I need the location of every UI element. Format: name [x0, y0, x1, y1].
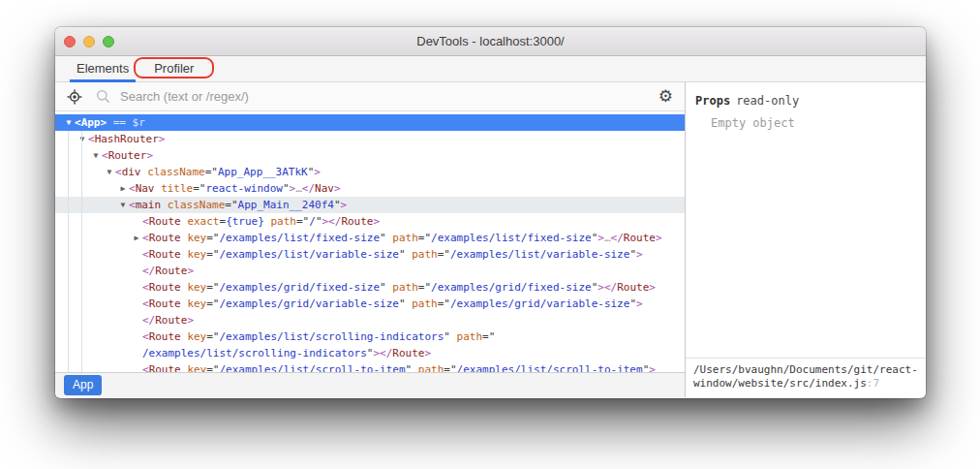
expanded-triangle-icon[interactable]: ▼ [90, 147, 102, 164]
code-segment: react-window [206, 182, 283, 195]
code-segment: < [142, 297, 149, 310]
props-readonly-label: read-only [736, 94, 799, 108]
code-segment: =" [418, 281, 431, 294]
code-segment: > [159, 133, 166, 145]
code-segment: ></ [373, 347, 392, 360]
code-segment: /examples/grid/fixed-size [431, 281, 592, 294]
code-segment [450, 330, 457, 343]
code-segment: =" [206, 297, 219, 310]
code-segment: path [457, 330, 483, 343]
code-segment: /examples/list/fixed-size [431, 232, 592, 244]
search-bar: ⚙ [55, 82, 685, 111]
tree-row[interactable]: <Route key="/examples/list/scrolling-ind… [55, 328, 685, 345]
settings-gear-icon[interactable]: ⚙ [658, 88, 673, 105]
inspect-target-icon[interactable] [67, 89, 82, 105]
expanded-triangle-icon[interactable]: ▼ [63, 114, 75, 131]
code-segment: Route [392, 347, 424, 360]
search-input[interactable] [120, 89, 658, 104]
code-segment: / [309, 215, 316, 228]
tab-elements[interactable]: Elements [64, 56, 141, 81]
code-segment: =" [418, 232, 431, 244]
code-segment: /examples/list/scroll-to-item [220, 363, 406, 372]
collapsed-triangle-icon[interactable]: ▶ [117, 180, 129, 197]
code-segment: /examples/list/variable-size [220, 248, 399, 261]
code-segment: =" [482, 330, 495, 343]
code-segment: path [392, 281, 418, 294]
code-segment: =" [206, 281, 219, 294]
code-segment: className [168, 199, 226, 211]
tree-row[interactable]: ▼<div className="App_App__3ATkK"> [55, 164, 685, 180]
code-segment: > [374, 215, 381, 228]
tree-row[interactable]: <Route key="/examples/list/scroll-to-ite… [55, 361, 685, 372]
tab-profiler-label: Profiler [154, 61, 194, 76]
close-button[interactable] [64, 36, 76, 47]
code-segment: App_App__3ATkK [218, 166, 308, 178]
zoom-button[interactable] [103, 36, 114, 47]
tree-row[interactable]: </Route> [55, 312, 685, 328]
code-segment: < [75, 116, 81, 129]
expanded-triangle-icon[interactable]: ▼ [77, 131, 88, 147]
code-segment: /examples/grid/variable-size [220, 297, 399, 310]
tree-row[interactable]: <Route key="/examples/grid/fixed-size" p… [55, 279, 685, 296]
code-segment: className [147, 166, 205, 178]
code-segment: key [187, 297, 206, 310]
tree-row[interactable]: <Route key="/examples/list/variable-size… [55, 246, 685, 263]
window-titlebar[interactable]: DevTools - localhost:3000/ [55, 27, 926, 56]
code-segment: < [142, 248, 149, 261]
tab-elements-label: Elements [77, 61, 129, 76]
tree-row[interactable]: ▶<Nav title="react-window">…</Nav> [55, 180, 685, 197]
tree-row[interactable]: <Route exact={true} path="/"></Route> [55, 213, 685, 230]
code-segment: " [380, 232, 386, 244]
code-segment: > [656, 232, 662, 244]
code-segment: path [412, 297, 438, 310]
code-segment: /examples/grid/variable-size [450, 297, 629, 310]
code-segment: < [142, 363, 149, 372]
code-segment: path [271, 215, 297, 228]
code-segment: Route [624, 232, 656, 244]
code-segment [161, 199, 168, 211]
expanded-triangle-icon[interactable]: ▼ [117, 197, 129, 213]
code-segment: Router [108, 149, 147, 162]
code-segment: " [380, 281, 386, 294]
indent-guide [81, 131, 82, 372]
code-segment: " [629, 297, 636, 310]
code-segment: key [187, 248, 206, 261]
code-segment: Route [149, 330, 181, 343]
code-segment: {true} [226, 215, 264, 228]
code-segment: key [187, 281, 206, 294]
window-title: DevTools - localhost:3000/ [55, 27, 926, 55]
tree-row[interactable]: ▼<main className="App_Main__240f4"> [55, 197, 685, 213]
expanded-triangle-icon[interactable]: ▼ [104, 164, 115, 180]
tree-row[interactable]: ▼<HashRouter> [55, 131, 685, 147]
source-path: /Users/bvaughn/Documents/git/react-windo… [693, 363, 918, 390]
tree-row[interactable]: <Route key="/examples/grid/variable-size… [55, 296, 685, 312]
tree-row[interactable]: ▼<Router> [55, 147, 685, 164]
code-segment: " [283, 182, 290, 195]
code-segment: Route [149, 248, 181, 261]
code-segment: =" [206, 248, 219, 261]
tab-profiler[interactable]: Profiler [141, 56, 206, 81]
code-segment: > [636, 297, 643, 310]
tree-row[interactable]: ▼<App> == $r [55, 114, 685, 131]
code-segment: Nav [315, 182, 334, 195]
code-segment: < [142, 281, 149, 294]
traffic-lights [64, 36, 114, 47]
source-location[interactable]: /Users/bvaughn/Documents/git/react-windo… [686, 358, 926, 397]
code-segment: Route [155, 265, 187, 277]
code-segment: Route [155, 314, 187, 327]
code-segment: > [649, 281, 656, 294]
tree-row[interactable]: ▶<Route key="/examples/list/fixed-size" … [55, 230, 685, 246]
component-tree[interactable]: ▼<App> == $r▼<HashRouter>▼<Router>▼<div … [55, 111, 685, 372]
code-segment: < [115, 166, 122, 178]
code-segment: =" [438, 248, 450, 261]
code-segment: > [146, 149, 153, 162]
minimize-button[interactable] [83, 36, 95, 47]
collapsed-triangle-icon[interactable]: ▶ [131, 230, 142, 246]
tree-row[interactable]: </Route> [55, 263, 685, 279]
code-segment: /examples/list/scrolling-indicators [142, 347, 367, 360]
code-segment: ></ [597, 281, 617, 294]
owner-badge-app[interactable]: App [64, 375, 102, 395]
code-segment: Route [341, 215, 373, 228]
tree-row[interactable]: /examples/list/scrolling-indicators"></R… [55, 345, 685, 361]
code-segment: =" [444, 363, 456, 372]
